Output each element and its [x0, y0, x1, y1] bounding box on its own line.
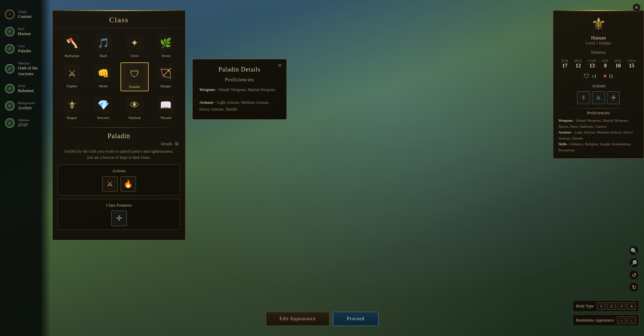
hp-ac-row: 🛡 +1 ♥ 11 — [558, 73, 639, 80]
barbarian-icon: 🪓 — [63, 34, 81, 52]
paladin-details-popup: ✕ Paladin Details Proficiencies Weapons … — [192, 59, 287, 120]
ac-icon: 🛡 — [584, 73, 590, 80]
bard-icon: 🎵 — [94, 34, 112, 52]
action-icon-1[interactable]: ⚔ — [102, 176, 118, 192]
class-item-monk[interactable]: 👊 Monk — [89, 62, 118, 91]
cleric-icon: ✦ — [126, 34, 143, 52]
rp-divider — [563, 108, 634, 109]
sidebar-item-deity[interactable]: ✓ Deity Bahamut — [3, 81, 47, 96]
copy-icon[interactable]: ⧉ — [175, 141, 178, 147]
edit-appearance-button[interactable]: Edit Appearance — [266, 312, 330, 326]
action-icon-2[interactable]: 🔥 — [120, 176, 136, 192]
class-item-rogue[interactable]: 🗡 Rogue — [58, 94, 86, 122]
randomise-next-button[interactable]: › — [627, 316, 636, 324]
class-item-wizard[interactable]: 📖 Wizard — [151, 94, 180, 122]
stat-dex: DEX 12 — [574, 59, 582, 69]
sidebar-item-subclass[interactable]: ✓ Subclass Oath of the Ancients — [3, 58, 47, 80]
details-link[interactable]: Details — [161, 142, 172, 147]
warlock-label: Warlock — [128, 116, 141, 120]
body-type-control: Body Type 1 2 3 4 — [573, 300, 639, 312]
bard-label: Bard — [100, 54, 107, 58]
class-item-druid[interactable]: 🌿 Druid — [151, 32, 180, 60]
popup-proficiencies-text: Weapons - Simple Weapons, Martial Weapon… — [199, 87, 280, 113]
feature-icons: ✛ — [61, 211, 176, 226]
ac-box: 🛡 +1 — [584, 73, 596, 80]
class-item-barbarian[interactable]: 🪓 Barbarian — [58, 32, 86, 60]
sidebar-item-abilities[interactable]: ✓ Abilities 27/27 — [3, 115, 47, 131]
zoom-out-button[interactable]: 🔎 — [629, 258, 639, 268]
bottom-right-controls: Body Type 1 2 3 4 Randomise Appearance ‹… — [573, 300, 639, 326]
subclass-icon: ✓ — [5, 64, 15, 73]
sidebar-item-origin[interactable]: ○ Origin Custom — [3, 7, 47, 22]
class-features-section: Class Features ✛ — [58, 199, 180, 230]
rp-proficiencies-text: Weapons - Simple Weapons, Martial Weapon… — [558, 118, 639, 153]
rp-proficiencies-label: Proficiencies — [558, 110, 639, 116]
randomise-control: Randomise Appearance ‹ › — [573, 314, 639, 326]
character-id: Bahamut — [558, 50, 639, 55]
character-emblem: ⚜ — [558, 16, 639, 32]
background-text: Background Acolyte — [18, 101, 34, 111]
stat-int: INT 8 — [602, 59, 609, 69]
rp-action-icon-1[interactable]: ⚕ — [577, 91, 590, 104]
popup-title: Paladin Details — [199, 66, 280, 73]
rp-action-icon-3[interactable]: ✛ — [607, 91, 620, 104]
body-type-btn-3[interactable]: 3 — [617, 302, 626, 310]
randomise-label: Randomise Appearance — [576, 318, 614, 323]
action-icons: ⚔ 🔥 — [61, 176, 176, 192]
class-icon: ✓ — [5, 44, 15, 54]
rp-action-icons: ⚕ ⚔ ✛ — [558, 91, 639, 104]
sorcerer-label: Sorcerer — [97, 116, 109, 120]
randomise-prev-button[interactable]: ‹ — [617, 316, 626, 324]
sidebar: ○ Origin Custom ✓ Race Human ✓ Class Pal… — [0, 0, 51, 336]
sidebar-item-class[interactable]: ✓ Class Paladin — [3, 41, 47, 57]
sidebar-item-race[interactable]: ✓ Race Human — [3, 24, 47, 39]
rogue-label: Rogue — [67, 116, 77, 120]
hp-box: ♥ 11 — [603, 73, 613, 80]
class-text: Class Paladin — [18, 44, 31, 54]
class-item-bard[interactable]: 🎵 Bard — [89, 32, 118, 60]
feature-icon-1[interactable]: ✛ — [111, 211, 127, 226]
class-item-paladin[interactable]: 🛡 Paladin — [120, 62, 149, 91]
rp-action-icon-2[interactable]: ⚔ — [592, 91, 605, 104]
randomise-buttons: ‹ › — [617, 316, 636, 324]
race-icon: ✓ — [5, 27, 15, 36]
monk-icon: 👊 — [94, 64, 112, 82]
body-type-btn-4[interactable]: 4 — [627, 302, 636, 310]
warlock-icon: 👁 — [126, 96, 143, 114]
class-description: Fuelled by the Oath you swore to uphold … — [53, 148, 185, 164]
window-close-button[interactable]: ✕ — [633, 3, 641, 11]
wizard-label: Wizard — [161, 116, 171, 120]
class-item-sorcerer[interactable]: 💎 Sorcerer — [89, 94, 118, 122]
race-text: Race Human — [18, 27, 31, 37]
stats-row: STR 17 DEX 12 CON 13 INT 8 WIS 10 CHA 15 — [558, 59, 639, 69]
hp-value: 11 — [609, 74, 613, 79]
background-icon: ✓ — [5, 101, 15, 111]
sidebar-item-background[interactable]: ✓ Background Acolyte — [3, 98, 47, 114]
class-item-warlock[interactable]: 👁 Warlock — [120, 94, 149, 122]
popup-close-button[interactable]: ✕ — [276, 62, 283, 69]
actions-label: Actions — [61, 168, 176, 174]
popup-proficiencies-subtitle: Proficiencies — [199, 77, 280, 83]
actions-section: Actions ⚔ 🔥 — [58, 164, 180, 195]
ac-value: +1 — [591, 74, 596, 79]
sorcerer-icon: 💎 — [94, 96, 112, 114]
body-type-btn-2[interactable]: 2 — [607, 302, 616, 310]
barbarian-label: Barbarian — [65, 54, 79, 58]
body-type-buttons: 1 2 3 4 — [597, 302, 636, 310]
ranger-icon: 🏹 — [157, 64, 175, 82]
class-item-fighter[interactable]: ⚔ Fighter — [58, 62, 86, 91]
origin-text: Origin Custom — [18, 9, 31, 20]
class-item-cleric[interactable]: ✦ Cleric — [120, 32, 149, 60]
body-type-btn-1[interactable]: 1 — [597, 302, 606, 310]
cleric-label: Cleric — [130, 54, 139, 58]
rotate-left-button[interactable]: ↺ — [629, 270, 639, 280]
druid-icon: 🌿 — [157, 34, 175, 52]
origin-icon: ○ — [5, 10, 15, 19]
selected-class-name: Paladin — [53, 129, 185, 141]
zoom-in-button[interactable]: 🔍 — [629, 246, 639, 256]
class-item-ranger[interactable]: 🏹 Ranger — [151, 62, 180, 91]
proceed-button[interactable]: Proceed — [333, 312, 378, 326]
right-panel: ⚜ Human Level 1 Paladin Bahamut STR 17 D… — [553, 10, 644, 159]
bottom-bar: Edit Appearance Proceed — [266, 312, 379, 326]
rotate-right-button[interactable]: ↻ — [629, 282, 639, 292]
